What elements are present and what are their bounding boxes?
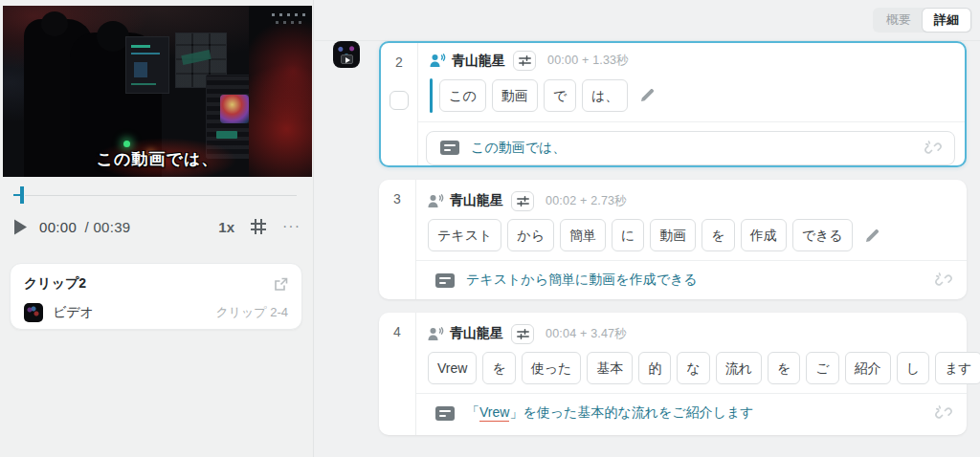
word-token[interactable]: 動画 [650,219,696,251]
more-options-button[interactable]: ··· [282,222,301,231]
view-mode-toggle: 概要 詳細 [873,8,972,33]
selected-clip-thumbnail[interactable] [333,41,360,68]
word-token[interactable]: 的 [638,352,671,384]
tune-icon [517,196,529,207]
clip-settings-button[interactable] [511,324,534,344]
grid-view-icon[interactable] [250,218,267,235]
clip-card-title: クリップ2 [24,275,86,293]
subtitle-editor-panel: 概要 詳細 2 青山龍星 [315,0,980,457]
unlink-icon[interactable] [934,271,953,290]
caption-icon [435,273,455,288]
text-cursor [430,78,433,113]
clip-settings-button[interactable] [513,51,536,71]
clip-info-card: クリップ2 ビデオ クリップ 2-4 [10,263,302,330]
video-scene-monitor [125,36,169,94]
tab-overview[interactable]: 概要 [875,9,923,32]
edit-pencil-icon[interactable] [864,228,880,244]
clip-timing: 00:04 + 3.47秒 [546,326,627,342]
clip-checkbox[interactable] [390,91,409,110]
tune-icon [517,329,529,339]
clip-number: 4 [393,324,401,339]
clip-range-label: クリップ 2-4 [215,304,288,321]
playhead[interactable] [13,186,25,204]
play-icon[interactable] [13,219,28,235]
clip-number: 2 [395,54,403,70]
word-token[interactable]: 作成 [741,219,787,251]
timeline-scrubber[interactable] [13,186,301,204]
word-token[interactable]: に [612,219,644,251]
video-preview[interactable]: この動画では、 [3,6,312,177]
tab-detail[interactable]: 詳細 [923,9,970,32]
tune-icon [519,55,531,66]
video-subtitle-overlay: この動画では、 [3,148,312,170]
word-token[interactable]: ます [935,352,980,384]
app-window: この動画では、 00:00 / 00:39 1x [0,0,980,457]
media-type-label: ビデオ [53,304,94,321]
subtitle-line[interactable]: この動画では、 [426,131,955,165]
word-token[interactable]: 使った [522,352,582,384]
word-token-list: Vrewを使った基本的な流れをご紹介します [428,352,980,384]
word-token[interactable]: 簡単 [560,219,606,251]
spellcheck-marked-word: Vrew [479,404,509,422]
external-link-icon[interactable] [274,277,288,292]
word-token[interactable]: を [702,219,734,251]
video-scene-light [123,141,130,147]
current-time: 00:00 [39,219,77,235]
word-token[interactable]: な [677,352,709,384]
word-token[interactable]: 流れ [716,352,762,384]
word-token[interactable]: を [768,352,800,384]
speaker-voice-icon [428,194,444,208]
caption-icon [435,406,455,421]
subtitle-line[interactable]: 「Vrew」を使った基本的な流れをご紹介します [416,393,967,432]
edit-pencil-icon[interactable] [639,87,656,103]
speaker-name[interactable]: 青山龍星 [452,53,505,70]
word-token[interactable]: し [897,352,929,384]
word-token[interactable]: 動画 [492,79,538,112]
subtitle-section-divider [418,121,965,122]
word-token[interactable]: できる [792,219,853,251]
word-token[interactable]: 基本 [587,352,633,384]
word-token[interactable]: テキスト [428,219,501,251]
player-controls: 00:00 / 00:39 1x ··· [13,214,301,239]
clip-timing: 00:00 + 1.33秒 [547,53,629,69]
subtitle-text[interactable]: 「Vrew」を使った基本的な流れをご紹介します [466,404,754,422]
speaker-voice-icon [430,54,446,68]
preview-panel: この動画では、 00:00 / 00:39 1x [0,0,314,457]
playback-speed-button[interactable]: 1x [218,219,234,235]
timeline-track[interactable] [25,195,297,196]
subtitle-text[interactable]: テキストから簡単に動画を作成できる [466,272,698,289]
unlink-icon[interactable] [924,139,943,158]
speaker-voice-icon [428,327,444,341]
total-duration: / 00:39 [85,219,131,235]
word-token[interactable]: 紹介 [845,352,891,384]
word-token[interactable]: Vrew [428,352,477,384]
clip-row-3[interactable]: 3 青山龍星 [379,180,967,299]
subtitle-line[interactable]: テキストから簡単に動画を作成できる [416,260,967,299]
word-token[interactable]: ご [806,352,838,384]
word-token[interactable]: は、 [582,79,628,112]
word-token[interactable]: で [544,79,576,112]
speaker-name[interactable]: 青山龍星 [450,325,503,342]
time-display: 00:00 / 00:39 [39,219,131,235]
play-badge-icon [341,54,353,64]
media-thumbnail [24,303,43,322]
clip-row-2[interactable]: 2 青山龍星 [379,41,967,167]
unlink-icon[interactable] [934,403,953,423]
clip-row-4[interactable]: 4 青山龍星 [379,313,967,435]
subtitle-text[interactable]: この動画では、 [471,140,566,157]
clip-timing: 00:02 + 2.73秒 [546,193,627,209]
word-token[interactable]: を [482,352,515,384]
word-token[interactable]: この [439,79,486,112]
word-token-list: テキストから簡単に動画を作成できる [428,219,853,251]
speaker-name[interactable]: 青山龍星 [450,192,503,209]
clip-number: 3 [393,191,401,207]
word-token-list: この動画では、 [439,79,628,112]
word-token[interactable]: から [507,219,554,251]
clip-settings-button[interactable] [511,191,534,211]
caption-icon [440,141,459,155]
